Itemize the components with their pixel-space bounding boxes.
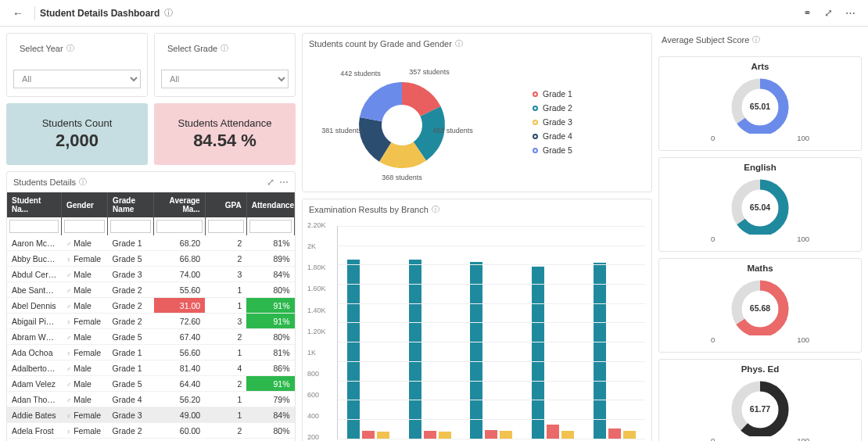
table-row[interactable]: Abby Buckley♀FemaleGrade 566.80289% [7, 251, 295, 267]
gauge-title: Arts [665, 62, 855, 71]
kpi-value: 2,000 [13, 131, 142, 151]
bar-pass[interactable] [347, 260, 360, 438]
donut-card: Students count by Grade and Gender ⓘ 357… [302, 33, 652, 192]
table-row[interactable]: Ada Ochoa♀FemaleGrade 156.60181% [7, 345, 295, 360]
bar-na[interactable] [439, 432, 451, 439]
more-icon[interactable]: ⋯ [279, 177, 289, 188]
y-tick: 1.20K [307, 328, 326, 335]
legend-item[interactable]: Grade 3 [533, 117, 634, 127]
select-grade-dropdown[interactable]: All [161, 70, 289, 88]
legend-item[interactable]: Grade 5 [533, 145, 634, 155]
col-header[interactable]: Gender [61, 192, 107, 217]
gauge-min: 0 [711, 235, 715, 243]
back-button[interactable]: ← [6, 4, 30, 23]
bar-fail[interactable] [485, 430, 497, 439]
table-row[interactable]: Abe Santana♂MaleGrade 255.60180% [7, 282, 295, 298]
col-filter-input[interactable] [110, 220, 151, 233]
info-icon[interactable]: ⓘ [66, 43, 74, 54]
bar-na[interactable] [561, 431, 574, 439]
bar-pass[interactable] [594, 263, 606, 439]
table-row[interactable]: Adalberto Ch...♂MaleGrade 181.40486% [7, 360, 295, 376]
table-row[interactable]: Addie Bates♀FemaleGrade 349.00184% [7, 407, 295, 423]
table-row[interactable]: Aaron Mcgui...♂MaleGrade 168.20281% [7, 235, 295, 251]
col-filter-input[interactable] [64, 220, 105, 233]
bar-fail[interactable] [424, 431, 436, 439]
svg-text:61.77: 61.77 [750, 404, 770, 414]
table-row[interactable]: Abel Dennis♂MaleGrade 231.00191% [7, 298, 295, 314]
y-tick: 1.40K [307, 307, 326, 314]
gauge-title: Maths [665, 264, 855, 273]
gauge-card: Arts 65.01 0100 [658, 56, 862, 151]
expand-icon[interactable]: ⤢ [818, 4, 839, 22]
gauge-title: Phys. Ed [665, 364, 855, 374]
table-row[interactable]: Adan Thomp...♂MaleGrade 456.20179% [7, 392, 295, 407]
bar-chart[interactable]: ArtsEnglishMathsPhys. EdScience 2.20K2K1… [303, 220, 651, 441]
gauge-max: 100 [797, 134, 809, 142]
separator [34, 6, 35, 20]
kpi-label: Students Attendance [160, 117, 289, 129]
svg-text:65.68: 65.68 [750, 303, 770, 313]
info-icon[interactable]: ⓘ [455, 38, 463, 49]
kpi-students-count: Students Count 2,000 [6, 103, 148, 165]
info-icon[interactable]: ⓘ [752, 34, 760, 45]
table-row[interactable]: Adam Velez♂MaleGrade 564.40291% [7, 376, 295, 392]
bar-na[interactable] [377, 432, 389, 439]
table-row[interactable]: Abigail Pineda♀FemaleGrade 272.60391% [7, 314, 295, 329]
y-tick: 1K [307, 349, 316, 357]
table-row[interactable]: Abram Walter♂MaleGrade 567.40280% [7, 329, 295, 345]
col-header[interactable]: Student Na... [7, 192, 61, 217]
card-title: Examination Results by Branch [309, 205, 429, 214]
bar-na[interactable] [500, 431, 512, 439]
legend-item[interactable]: Grade 4 [533, 131, 634, 141]
select-year-label: Select Year [20, 44, 63, 53]
bar-fail[interactable] [608, 428, 621, 438]
col-filter-input[interactable] [249, 220, 292, 233]
col-filter-input[interactable] [9, 220, 59, 233]
y-tick: 600 [307, 391, 319, 399]
gauge-min: 0 [711, 335, 715, 344]
col-filter-input[interactable] [156, 220, 202, 233]
bar-na[interactable] [623, 431, 636, 439]
gauge-card: Phys. Ed 61.77 0100 [658, 359, 862, 441]
y-tick: 1.80K [307, 264, 326, 271]
info-icon[interactable]: ⓘ [221, 43, 228, 54]
select-year-dropdown[interactable]: All [13, 70, 141, 88]
donut-chart[interactable]: 357 students452 students368 students381 … [312, 59, 533, 185]
gauge-min: 0 [711, 436, 715, 441]
gauge-max: 100 [797, 235, 809, 243]
select-year-card: Select Year ⓘ All [6, 33, 148, 97]
svg-text:381 students: 381 students [321, 127, 362, 134]
gauge-max: 100 [797, 335, 809, 344]
kpi-students-attendance: Students Attendance 84.54 % [154, 103, 296, 165]
exam-results-card: Examination Results by Branch ⓘ ArtsEngl… [302, 199, 652, 441]
info-icon[interactable]: ⓘ [164, 7, 173, 19]
info-icon[interactable]: ⓘ [79, 177, 87, 188]
bar-pass[interactable] [409, 260, 421, 438]
table-row[interactable]: Adela Frost♀FemaleGrade 260.00280% [7, 423, 295, 439]
col-header[interactable]: GPA [205, 192, 246, 217]
students-table[interactable]: Student Na...GenderGrade NameAverage Ma.… [7, 192, 295, 441]
card-title: Students count by Grade and Gender [309, 39, 452, 48]
bar-pass[interactable] [532, 267, 544, 439]
more-icon[interactable]: ⋯ [839, 4, 862, 22]
table-row[interactable]: Abdul Cerva...♂MaleGrade 374.00384% [7, 267, 295, 282]
legend-item[interactable]: Grade 1 [533, 89, 634, 99]
svg-text:357 students: 357 students [409, 68, 450, 76]
kpi-value: 84.54 % [160, 131, 289, 151]
table-row[interactable]: Adele Molina♀FemaleGrade 559.80180% [7, 439, 295, 442]
bar-pass[interactable] [470, 262, 482, 439]
legend-item[interactable]: Grade 2 [533, 103, 634, 113]
svg-text:65.04: 65.04 [750, 203, 770, 212]
col-header[interactable]: Average Ma... [154, 192, 205, 217]
gauge-max: 100 [797, 436, 809, 441]
bar-fail[interactable] [547, 425, 559, 438]
bar-fail[interactable] [362, 431, 375, 439]
donut-legend: Grade 1Grade 2Grade 3Grade 4Grade 5 [533, 59, 642, 185]
svg-text:368 students: 368 students [382, 174, 422, 181]
expand-icon[interactable]: ⤢ [267, 177, 274, 188]
col-header[interactable]: Attendance [246, 192, 294, 217]
col-filter-input[interactable] [208, 220, 244, 233]
info-icon[interactable]: ⓘ [432, 204, 439, 215]
col-header[interactable]: Grade Name [108, 192, 154, 217]
link-icon[interactable]: ⚭ [797, 4, 818, 22]
